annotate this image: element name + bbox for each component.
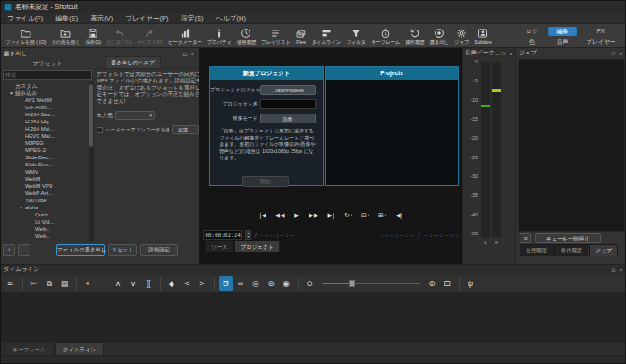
preset-search-input[interactable] <box>3 70 92 80</box>
encoder-settings-button[interactable]: 設定... <box>172 125 199 134</box>
preset-group-alpha[interactable]: ▼ alpha <box>1 204 89 211</box>
float-panel-icon[interactable]: ⊡ <box>609 267 617 273</box>
play-button[interactable]: ▶ <box>292 209 304 221</box>
rewind-button[interactable]: ◀◀ <box>275 209 287 221</box>
float-panel-icon[interactable]: ⊡ <box>609 50 617 56</box>
expand-arrow-icon[interactable]: ▼ <box>17 240 25 241</box>
preset-item[interactable]: WMV <box>1 168 89 175</box>
menu-edit[interactable]: 編集(E) <box>49 13 84 24</box>
tab-history[interactable]: 操作履歴 <box>554 244 588 256</box>
tab-source[interactable]: ソース <box>205 241 233 252</box>
preset-item[interactable]: Web... <box>1 225 89 233</box>
filters-button[interactable]: フィルタ <box>343 25 368 48</box>
zoom-fit-player-button[interactable]: ⊡ ▾ <box>360 209 372 221</box>
preset-item[interactable]: YouTube <box>1 197 89 204</box>
append-button[interactable]: + <box>81 276 95 291</box>
playlist-button[interactable]: プレイリスト <box>258 25 293 48</box>
preset-item[interactable]: AV1 WebM <box>1 97 89 104</box>
preset-item[interactable]: HEVC Mai... <box>1 132 89 140</box>
preset-item[interactable]: Quick... <box>1 211 89 218</box>
menu-view[interactable]: 表示(V) <box>84 13 119 24</box>
scrollbar-thumb[interactable] <box>89 84 93 147</box>
preset-item[interactable]: MJPEG <box>1 140 89 147</box>
tab-jobs[interactable]: ジョブ <box>589 244 618 256</box>
keyframes-button[interactable]: キーフレーム <box>368 25 402 48</box>
timecode-spinner[interactable]: ▲ ▼ <box>245 230 251 240</box>
start-button[interactable]: 開始 <box>242 176 289 187</box>
loop-button[interactable]: ↻ ▾ <box>343 209 355 221</box>
expand-arrow-icon[interactable]: ▼ <box>7 89 15 97</box>
preset-item[interactable]: WebM <box>1 175 89 182</box>
tab-keyframes[interactable]: キーフレーム <box>4 343 54 355</box>
pause-queue-button[interactable]: キューを一時停止 <box>535 233 601 243</box>
overwrite-button[interactable]: ∨ <box>127 276 140 291</box>
preset-group-audio[interactable]: ▼ audio <box>1 240 89 241</box>
timeline-menu-button[interactable]: ≡ ▾ <box>4 276 18 291</box>
fast-forward-button[interactable]: ▶▶ <box>309 209 321 221</box>
split-button[interactable]: ][ <box>142 276 156 291</box>
preset-item[interactable]: Slide Dec... <box>1 161 89 168</box>
menu-player[interactable]: プレイヤー(P) <box>119 13 174 24</box>
titlebar[interactable]: 名称未設定 - Shotcut <box>1 1 626 13</box>
cut-button[interactable]: ✂ <box>28 276 41 291</box>
tab-timeline[interactable]: タイムライン <box>55 343 105 355</box>
menu-settings[interactable]: 設定(S) <box>174 13 209 24</box>
scrub-while-dragging-button[interactable]: ∞ <box>234 276 248 291</box>
layout-audio-button[interactable]: 音声 <box>548 38 577 47</box>
ripple-button[interactable]: ◎ <box>250 276 263 291</box>
layout-player-button[interactable]: プレイヤー <box>580 38 622 47</box>
jobs-menu-button[interactable]: ≡ <box>520 233 531 243</box>
close-panel-icon[interactable]: × <box>617 51 624 56</box>
subtitles-button[interactable]: Subtitles <box>471 25 494 48</box>
timeline-tracks-area[interactable] <box>1 292 626 343</box>
skip-to-start-button[interactable]: |◀ <box>258 209 270 221</box>
jobs-button[interactable]: ジョブ <box>452 25 471 48</box>
preset-item[interactable]: H.264 Bas... <box>1 111 89 118</box>
preset-item[interactable]: GIF Anim... <box>1 104 89 111</box>
slider-handle[interactable] <box>349 280 355 287</box>
preset-item[interactable]: Ut Vid... <box>1 218 89 225</box>
previous-marker-button[interactable]: < <box>181 276 194 291</box>
preset-item[interactable]: Slide Dec... <box>1 154 89 161</box>
paste-button[interactable]: ▤ <box>58 276 72 291</box>
undo-button[interactable]: 元に戻す(U) <box>104 25 135 48</box>
add-preset-button[interactable]: + <box>3 244 15 256</box>
history-button[interactable]: 操作履歴 <box>402 25 427 48</box>
copy-button[interactable]: ⧉ <box>43 276 56 291</box>
lift-button[interactable]: ∧ <box>112 276 125 291</box>
preset-item[interactable]: WebM VP9 <box>1 182 89 190</box>
timeline-zoom-slider[interactable] <box>322 276 420 291</box>
properties-button[interactable]: プロパティ <box>205 25 234 48</box>
remove-preset-button[interactable]: − <box>18 244 30 256</box>
files-button[interactable]: Files <box>293 25 309 48</box>
expand-arrow-icon[interactable]: ▼ <box>17 204 25 211</box>
zoom-timeline-out-button[interactable]: ⊖ <box>303 276 317 291</box>
zoom-timeline-in-button[interactable]: ⊕ <box>426 276 439 291</box>
export-button[interactable]: 書き出し <box>427 25 451 48</box>
save-button[interactable]: 保存(S) <box>83 25 104 48</box>
next-marker-button[interactable]: > <box>196 276 209 291</box>
timeline-button[interactable]: タイムライン <box>309 25 344 48</box>
preset-item[interactable]: Web... <box>1 233 89 240</box>
hardware-encoder-checkbox[interactable] <box>97 127 103 133</box>
marker-button[interactable]: ◆ <box>165 276 179 291</box>
layout-logs-button[interactable]: ログ <box>520 27 545 36</box>
preset-item[interactable]: MPEG-2 <box>1 147 89 154</box>
preset-group-custom[interactable]: カスタム <box>1 82 89 89</box>
preset-item[interactable]: H.264 Mai... <box>1 125 89 132</box>
redo-button[interactable]: やり直す(R) <box>134 25 165 48</box>
layout-fx-button[interactable]: FX <box>580 27 622 36</box>
preset-item[interactable]: H.264 Hig... <box>1 118 89 125</box>
open-other-button[interactable]: その他を開く <box>48 25 82 48</box>
close-panel-icon[interactable]: × <box>507 51 514 56</box>
volume-button[interactable]: ◀) <box>393 209 406 221</box>
skip-to-end-button[interactable]: ▶| <box>326 209 338 221</box>
menu-file[interactable]: ファイル(F) <box>1 13 49 24</box>
layout-editing-button[interactable]: 編集 <box>548 27 577 36</box>
output-from-select[interactable]: ▾ <box>115 111 155 120</box>
recent-button[interactable]: 使用履歴 <box>234 25 258 48</box>
preset-item[interactable]: WebP Ani... <box>1 190 89 197</box>
ripple-delete-button[interactable]: − <box>97 276 110 291</box>
menu-help[interactable]: ヘルプ(H) <box>209 13 251 24</box>
current-position-timecode[interactable]: 00:00:02:24 <box>203 230 242 240</box>
